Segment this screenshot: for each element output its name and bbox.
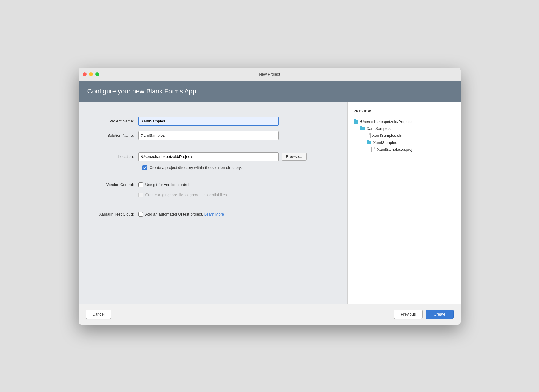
solution-name-input[interactable] xyxy=(138,131,279,140)
divider-1 xyxy=(96,146,329,146)
window-title: New Project xyxy=(259,72,280,76)
minimize-button[interactable] xyxy=(89,72,93,76)
browse-button[interactable]: Browse... xyxy=(282,153,307,161)
location-input[interactable] xyxy=(138,152,279,161)
folder-icon xyxy=(354,120,358,124)
maximize-button[interactable] xyxy=(95,72,99,76)
close-button[interactable] xyxy=(83,72,87,76)
footer-right: Previous Create xyxy=(394,310,454,319)
folder-icon xyxy=(367,141,371,144)
solution-name-group: Solution Name: xyxy=(96,131,329,140)
tree-item-label: XamlSamples.sln xyxy=(372,133,402,138)
file-icon xyxy=(367,133,371,138)
tree-item-label: XamlSamples.csproj xyxy=(377,147,413,152)
create-gitignore-label: Create a .gitignore file to ignore iness… xyxy=(145,193,228,197)
create-project-dir-checkbox[interactable] xyxy=(142,165,147,170)
preview-title: PREVIEW xyxy=(354,109,455,113)
tree-item: XamlSamples.sln xyxy=(354,132,455,139)
create-gitignore-row: Create a .gitignore file to ignore iness… xyxy=(138,193,228,197)
version-control-content: Use git for version control. Create a .g… xyxy=(138,182,228,200)
tree-item-label: XamlSamples xyxy=(373,140,397,145)
tree-item: XamlSamples xyxy=(354,139,455,146)
divider-2 xyxy=(96,176,329,176)
file-icon xyxy=(371,147,375,152)
tree-item: XamlSamples.csproj xyxy=(354,146,455,153)
main-content: Project Name: Solution Name: Location: B… xyxy=(79,102,461,304)
form-area: Project Name: Solution Name: Location: B… xyxy=(79,102,347,304)
folder-icon xyxy=(360,127,365,130)
preview-panel: PREVIEW /Users/charlespetzold/Projects X… xyxy=(347,102,461,304)
version-control-label: Version Control: xyxy=(96,182,138,187)
location-group: Location: Browse... xyxy=(96,152,329,161)
tree-item-label: /Users/charlespetzold/Projects xyxy=(360,119,413,124)
solution-name-label: Solution Name: xyxy=(96,133,138,138)
version-control-section: Version Control: Use git for version con… xyxy=(96,182,329,200)
page-title: Configure your new Blank Forms App xyxy=(87,87,452,95)
use-git-label: Use git for version control. xyxy=(145,182,191,187)
tree-item: XamlSamples xyxy=(354,125,455,132)
learn-more-link[interactable]: Learn More xyxy=(204,212,224,216)
add-ui-test-row: Add an automated UI test project. Learn … xyxy=(138,212,224,217)
page-header: Configure your new Blank Forms App xyxy=(79,81,461,102)
cancel-button[interactable]: Cancel xyxy=(86,310,111,319)
project-name-label: Project Name: xyxy=(96,119,138,123)
use-git-row: Use git for version control. xyxy=(138,182,228,187)
tree-item: /Users/charlespetzold/Projects xyxy=(354,119,455,125)
use-git-checkbox[interactable] xyxy=(138,182,143,187)
project-name-input[interactable] xyxy=(138,117,279,126)
left-panel: Project Name: Solution Name: Location: B… xyxy=(79,102,347,304)
file-tree: /Users/charlespetzold/Projects XamlSampl… xyxy=(354,119,455,153)
new-project-window: New Project Configure your new Blank For… xyxy=(79,68,461,325)
create-project-dir-row: Create a project directory within the so… xyxy=(142,165,329,170)
xamarin-test-cloud-content: Add an automated UI test project. Learn … xyxy=(138,212,224,219)
add-ui-test-label: Add an automated UI test project. xyxy=(145,212,203,216)
location-label: Location: xyxy=(96,154,138,159)
divider-3 xyxy=(96,206,329,206)
xamarin-test-cloud-label: Xamarin Test Cloud: xyxy=(96,212,138,216)
create-project-dir-label: Create a project directory within the so… xyxy=(150,165,242,170)
footer: Cancel Previous Create xyxy=(79,304,461,325)
create-gitignore-checkbox xyxy=(138,193,143,197)
create-button[interactable]: Create xyxy=(426,310,453,319)
title-bar: New Project xyxy=(79,68,461,81)
add-ui-test-checkbox[interactable] xyxy=(138,212,143,217)
previous-button[interactable]: Previous xyxy=(394,310,423,319)
xamarin-test-cloud-section: Xamarin Test Cloud: Add an automated UI … xyxy=(96,212,329,219)
window-controls xyxy=(83,72,99,76)
footer-left: Cancel xyxy=(86,310,111,319)
project-name-group: Project Name: xyxy=(96,117,329,126)
tree-item-label: XamlSamples xyxy=(367,126,391,131)
